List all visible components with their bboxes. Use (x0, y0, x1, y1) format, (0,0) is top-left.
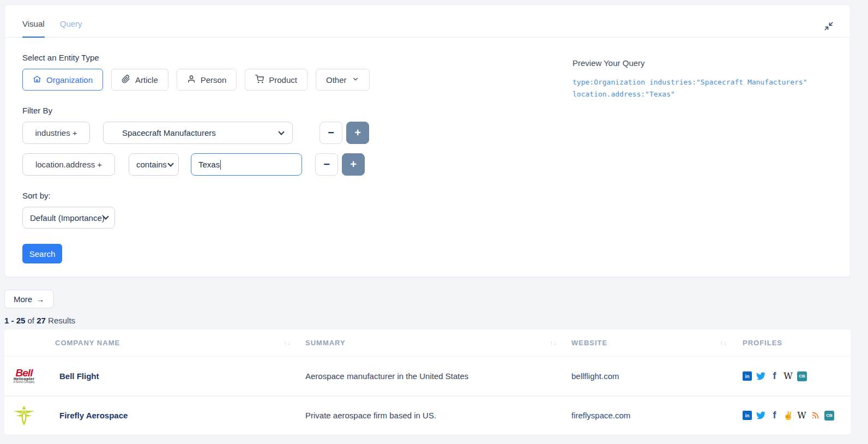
profiles-cell: inf✌WCB (737, 411, 851, 421)
tab-query[interactable]: Query (60, 19, 82, 37)
text-caret (220, 160, 221, 170)
column-header-summary: SUMMARY ↑↓ (301, 339, 567, 347)
company-logo-bell: Bell Helicopter A Textron Company (11, 363, 37, 389)
entity-label: Product (269, 75, 297, 85)
add-filter-button[interactable]: + (342, 153, 365, 176)
company-cell: Firefly Aerospace (4, 403, 301, 429)
header-label: WEBSITE (567, 339, 607, 347)
logo-text: Bell (16, 369, 33, 377)
results-range: 1 - 25 (4, 316, 25, 325)
tab-bar: Visual Query (5, 5, 850, 38)
angellist-icon[interactable]: ✌ (783, 411, 793, 420)
company-name-link[interactable]: Firefly Aerospace (59, 411, 128, 420)
preview-label: Preview Your Query (572, 58, 834, 68)
entity-label: Organization (46, 75, 93, 85)
website-link[interactable]: bellflight.com (567, 371, 737, 381)
sort-value-text: Default (Importance) (23, 213, 105, 223)
sort-icon[interactable]: ↑↓ (720, 339, 737, 347)
sort-icon[interactable]: ↑↓ (550, 339, 567, 347)
facebook-icon[interactable]: f (770, 411, 779, 420)
rss-icon[interactable] (811, 411, 820, 420)
logo-text: Helicopter (14, 377, 34, 381)
filter-by-label: Filter By (22, 106, 833, 115)
facebook-icon[interactable]: f (770, 371, 779, 381)
query-line: location.address:"Texas" (572, 88, 834, 100)
operator-text: contains (129, 160, 167, 169)
remove-filter-button[interactable]: − (315, 153, 338, 176)
entity-button-person[interactable]: Person (177, 69, 237, 91)
entity-button-other[interactable]: Other (316, 69, 370, 91)
tab-visual[interactable]: Visual (22, 19, 45, 38)
filter-operator-select[interactable]: contains (129, 153, 179, 176)
more-label: More (14, 295, 32, 304)
filter-field-button-industries[interactable]: industries + (22, 122, 90, 144)
sort-by-label: Sort by: (22, 191, 833, 200)
filter-row-1: industries + Spacecraft Manufacturers − … (22, 122, 833, 144)
more-button[interactable]: More → (4, 290, 53, 308)
collapse-icon[interactable] (824, 21, 835, 32)
input-text: Texas (198, 160, 220, 169)
summary-cell: Private aerospace firm based in US. (301, 411, 567, 420)
chevron-down-icon (352, 75, 359, 85)
arrow-right-icon: → (36, 295, 44, 304)
query-line: type:Organization industries:"Spacecraft… (572, 76, 834, 88)
column-header-profiles: PROFILES (737, 339, 851, 347)
summary-cell: Aerospace manufacturer in the United Sta… (301, 371, 567, 381)
company-cell: Bell Helicopter A Textron Company Bell F… (4, 363, 301, 389)
person-icon (187, 75, 196, 85)
table-row[interactable]: Firefly Aerospace Private aerospace firm… (4, 395, 851, 434)
profiles-cell: infWCB (737, 371, 851, 381)
linkedin-icon[interactable]: in (743, 371, 752, 381)
company-name-link[interactable]: Bell Flight (59, 371, 99, 381)
entity-label: Other (326, 75, 347, 85)
company-logo-firefly (11, 403, 37, 429)
entity-button-organization[interactable]: Organization (22, 69, 103, 91)
filter-row-2: location.address + contains Texas − + (22, 153, 833, 176)
remove-filter-button[interactable]: − (320, 122, 342, 144)
entity-button-product[interactable]: Product (245, 69, 308, 91)
sort-select[interactable]: Default (Importance) (22, 207, 115, 229)
crunchbase-icon[interactable]: CB (824, 411, 834, 421)
linkedin-icon[interactable]: in (743, 411, 752, 420)
results-total: 27 (37, 316, 46, 325)
entity-label: Article (135, 75, 158, 85)
add-filter-button[interactable]: + (346, 122, 369, 144)
header-label: SUMMARY (301, 339, 346, 347)
wikipedia-icon[interactable]: W (797, 411, 806, 420)
select-chevron-icon (278, 129, 284, 135)
website-link[interactable]: fireflyspace.com (567, 411, 737, 420)
results-table: COMPANY NAME ↑↓ SUMMARY ↑↓ WEBSITE ↑↓ PR… (4, 329, 851, 434)
table-row[interactable]: Bell Helicopter A Textron Company Bell F… (4, 357, 851, 395)
filter-value-select[interactable]: Spacecraft Manufacturers (103, 122, 293, 144)
query-preview-code: type:Organization industries:"Spacecraft… (572, 76, 834, 100)
header-label: COMPANY NAME (4, 339, 120, 347)
results-of: of (28, 316, 35, 325)
column-header-company-name: COMPANY NAME ↑↓ (4, 339, 301, 347)
results-count: 1 - 25 of 27 Results (4, 316, 868, 325)
header-label: PROFILES (737, 339, 782, 347)
building-icon (33, 75, 41, 85)
twitter-icon[interactable] (756, 411, 765, 420)
query-preview-panel: Preview Your Query type:Organization ind… (572, 58, 834, 100)
table-header-row: COMPANY NAME ↑↓ SUMMARY ↑↓ WEBSITE ↑↓ PR… (4, 329, 851, 357)
cart-icon (255, 75, 264, 85)
filter-value-text: Spacecraft Manufacturers (104, 128, 216, 137)
filter-value-input[interactable]: Texas (191, 153, 302, 176)
filter-field-button-location-address[interactable]: location.address + (22, 153, 115, 176)
results-word: Results (48, 316, 75, 325)
sort-icon[interactable]: ↑↓ (284, 339, 301, 347)
select-chevron-icon (167, 160, 173, 166)
crunchbase-icon[interactable]: CB (797, 371, 807, 381)
logo-text: A Textron Company (13, 381, 34, 383)
paperclip-icon (122, 75, 130, 85)
search-button[interactable]: Search (22, 244, 62, 263)
entity-button-article[interactable]: Article (111, 69, 168, 91)
query-builder-card: Visual Query Select an Entity Type Organ… (4, 4, 851, 277)
wikipedia-icon[interactable]: W (783, 371, 793, 381)
entity-label: Person (201, 75, 227, 85)
column-header-website: WEBSITE ↑↓ (567, 339, 737, 347)
twitter-icon[interactable] (756, 371, 765, 381)
